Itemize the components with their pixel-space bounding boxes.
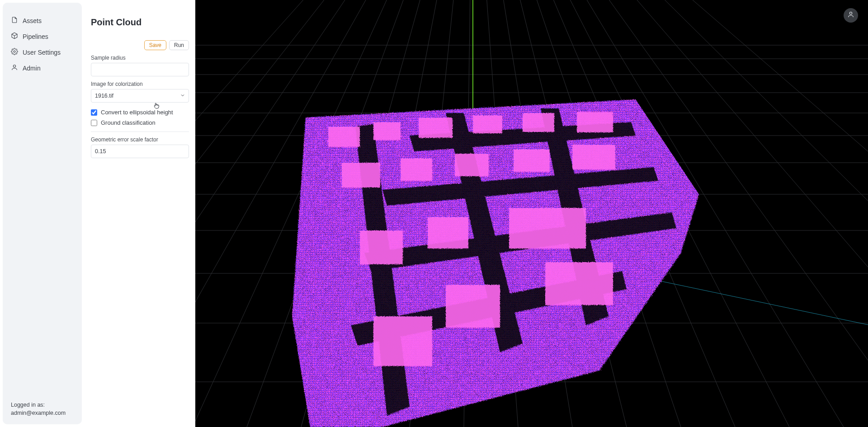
image-group: Image for colorization 1916.tif [91, 81, 189, 103]
panel-title: Point Cloud [91, 17, 189, 28]
sidebar-item-assets[interactable]: Assets [3, 13, 82, 28]
sample-radius-label: Sample radius [91, 55, 189, 61]
sidebar-item-label: User Settings [23, 49, 61, 56]
svg-rect-61 [545, 262, 613, 305]
svg-rect-47 [328, 127, 360, 147]
sidebar-item-admin[interactable]: Admin [3, 60, 82, 76]
svg-rect-58 [509, 208, 586, 249]
viewport-3d[interactable] [195, 0, 868, 427]
sidebar-item-label: Assets [23, 17, 42, 24]
svg-point-64 [849, 12, 852, 14]
ground-check[interactable]: Ground classification [91, 117, 189, 128]
svg-rect-50 [473, 115, 502, 133]
sidebar-item-user-settings[interactable]: User Settings [3, 44, 82, 60]
sample-radius-group: Sample radius [91, 55, 189, 76]
gear-icon [11, 48, 18, 56]
convert-checkbox[interactable] [91, 109, 97, 116]
sidebar-item-pipelines[interactable]: Pipelines [3, 28, 82, 44]
svg-rect-52 [577, 112, 613, 132]
svg-rect-59 [428, 217, 468, 249]
file-icon [11, 16, 18, 25]
geo-error-input[interactable] [91, 145, 189, 158]
svg-rect-60 [360, 230, 403, 264]
svg-point-1 [13, 65, 15, 67]
sidebar: Assets Pipelines User Settings Admin Log… [3, 3, 82, 424]
svg-rect-48 [373, 122, 401, 140]
geo-error-label: Geometric error scale factor [91, 136, 189, 143]
sample-radius-input[interactable] [91, 63, 189, 76]
svg-rect-55 [455, 154, 489, 176]
sidebar-item-label: Pipelines [23, 33, 48, 40]
svg-rect-51 [523, 113, 554, 132]
cube-icon [11, 32, 18, 41]
point-cloud [292, 99, 699, 427]
svg-rect-53 [342, 163, 380, 188]
sidebar-footer: Logged in as: admin@example.com [3, 401, 82, 417]
user-icon [847, 11, 854, 20]
user-menu-button[interactable] [844, 8, 858, 23]
user-icon [11, 64, 18, 72]
svg-rect-49 [419, 117, 453, 138]
svg-rect-56 [514, 149, 550, 172]
point-cloud-scene [195, 0, 868, 427]
logged-in-user: admin@example.com [11, 409, 74, 418]
panel-actions: Save Run [91, 40, 189, 50]
settings-panel: Point Cloud Save Run Sample radius Image… [85, 0, 195, 427]
convert-label: Convert to ellipsoidal height [101, 109, 173, 116]
svg-rect-54 [401, 158, 432, 181]
run-button[interactable]: Run [169, 40, 189, 50]
svg-rect-57 [572, 145, 615, 169]
svg-point-0 [14, 51, 15, 52]
convert-check[interactable]: Convert to ellipsoidal height [91, 107, 189, 117]
svg-rect-63 [373, 316, 432, 366]
save-button[interactable]: Save [144, 40, 166, 50]
logged-in-label: Logged in as: [11, 401, 74, 409]
geo-error-group: Geometric error scale factor [91, 136, 189, 158]
ground-label: Ground classification [101, 119, 156, 126]
ground-checkbox[interactable] [91, 120, 97, 126]
sidebar-item-label: Admin [23, 65, 41, 72]
image-label: Image for colorization [91, 81, 189, 87]
divider [91, 131, 189, 132]
sidebar-items: Assets Pipelines User Settings Admin [3, 13, 82, 401]
image-select[interactable]: 1916.tif [91, 89, 189, 103]
svg-rect-62 [446, 285, 500, 328]
